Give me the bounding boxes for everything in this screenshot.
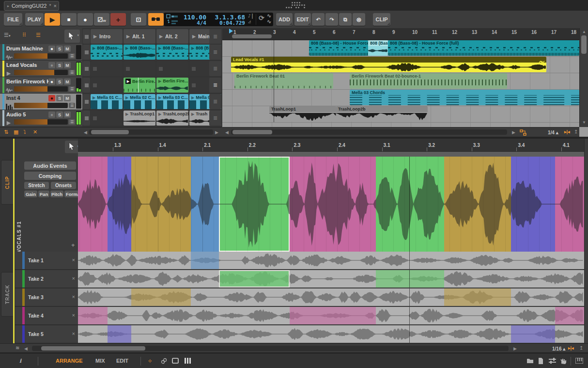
clip-play-icon[interactable]: ▶ (191, 46, 194, 50)
solo-button[interactable]: S (56, 46, 63, 52)
volume-slider[interactable] (14, 103, 68, 108)
clip-play-icon[interactable]: ▶ (158, 46, 161, 50)
stop-button[interactable]: ■ (61, 13, 77, 26)
edit-button[interactable]: EDIT (294, 13, 311, 26)
clip-play-icon[interactable]: ▶ (191, 112, 194, 116)
arranger-clip[interactable]: Lead Vocals #1 (231, 57, 546, 72)
take-selection-take4[interactable] (290, 307, 376, 324)
clip-play-icon[interactable]: ▶ (191, 96, 194, 100)
take-lane-5[interactable] (78, 325, 584, 344)
cursor-tool-button[interactable]: ▾ (64, 30, 80, 43)
scene-list-icon[interactable]: ≣ (209, 29, 221, 44)
volume-slider[interactable] (14, 119, 68, 125)
loop-icon[interactable]: ⟳ (259, 14, 264, 22)
play-button[interactable]: ▶ (45, 13, 60, 26)
arm-button[interactable]: ● (48, 79, 55, 85)
scene-list-icon[interactable]: ≣ (209, 111, 221, 126)
file-button[interactable]: FILE (4, 13, 22, 26)
track-menu-button[interactable]: ☰ (69, 119, 75, 125)
record-button[interactable]: ● (77, 13, 93, 26)
empty-clip-slot[interactable] (91, 78, 123, 93)
clip-play-icon[interactable]: ▶ (125, 46, 128, 50)
clip-play-icon[interactable]: ▶ (158, 112, 161, 116)
take-selection-take5[interactable] (108, 325, 131, 343)
take-remove-button[interactable]: × (72, 275, 75, 281)
track-header-inst-4[interactable]: Inst 4●SM☰ (0, 94, 82, 110)
scene-header-alt-1[interactable]: ▶Alt. 1 (124, 29, 155, 44)
transport-display[interactable]: 110.00 4/4 3.1.3.68 0:04.729 ♪| ◿ ⟳ ∿ ∿ (164, 13, 273, 26)
io-panel-button[interactable]: ⊡ (131, 13, 146, 26)
solo-button[interactable]: S (56, 112, 63, 118)
link-icon[interactable] (161, 358, 167, 365)
clip-stop-button[interactable] (83, 45, 90, 60)
clip-play-icon[interactable]: ▶ (93, 46, 95, 50)
scene-play-icon[interactable]: ▶ (126, 34, 130, 39)
scene-play-icon[interactable]: ▶ (93, 34, 97, 39)
track-menu-button[interactable]: ☰ (69, 53, 75, 59)
file-icon[interactable] (538, 358, 543, 365)
empty-clip-slot[interactable] (124, 61, 155, 76)
overdub-button[interactable]: + (110, 13, 126, 26)
take-header-1[interactable]: Take 1× (15, 252, 78, 270)
scene-list-icon[interactable]: ≣ (209, 61, 221, 76)
tab-close-icon[interactable]: × (53, 3, 56, 9)
comp-lane[interactable] (78, 157, 584, 252)
single-panel-icon[interactable] (172, 358, 179, 365)
vscroll-thumb[interactable] (581, 35, 587, 54)
arranger-clip[interactable]: TrashLoop2b (336, 106, 428, 122)
scroll-right-icon[interactable]: ▶ (512, 130, 515, 135)
arranger-clip[interactable]: Berlin Firework Beat 01 (234, 73, 333, 89)
launcher-clip[interactable]: ▶808 (Bass-... (156, 45, 188, 60)
clip-play-icon[interactable]: ▶ (158, 96, 161, 100)
layers-icon[interactable]: ≋ (15, 345, 19, 351)
solo-button[interactable]: S (56, 95, 63, 101)
pitch-button[interactable]: Pitch (50, 191, 63, 197)
clip-stop-button[interactable] (83, 78, 90, 93)
scene-header-intro[interactable]: ▶Intro (91, 29, 123, 44)
take-selection-take4[interactable] (555, 307, 584, 324)
tab-track[interactable]: TRACK (1, 272, 14, 317)
add-take-button[interactable]: + (71, 241, 75, 249)
solo-button[interactable]: S (56, 79, 63, 85)
scene-header-alt-2[interactable]: ▶Alt. 2 (156, 29, 188, 44)
scene-play-icon[interactable]: ▶ (192, 34, 196, 39)
empty-clip-slot[interactable] (91, 61, 123, 76)
scroll-left-icon[interactable]: ◀ (225, 130, 229, 135)
arm-button[interactable]: ● (48, 95, 55, 101)
metronome-icon[interactable]: ◿ (248, 19, 250, 24)
mute-button[interactable]: M (64, 95, 71, 101)
arm-button[interactable]: ● (48, 62, 55, 68)
ruler-zoom-handle[interactable] (232, 34, 272, 38)
take-selection-take3[interactable] (131, 288, 191, 306)
arranger-clip[interactable]: Berlin Firework Beat 02-bounce-1 (350, 73, 507, 89)
editor-ruler[interactable]: 1.31.42.12.22.32.43.13.23.33.44.1 (78, 139, 588, 151)
launcher-hscroll-thumb[interactable] (91, 130, 129, 134)
vscroll-down-icon[interactable]: ▼ (582, 120, 586, 125)
arranger-body[interactable]: 808 (Bass-08) - House Force (808 (Bas808… (222, 40, 579, 127)
launcher-clip[interactable]: ▶Berlin Fire... (156, 78, 188, 93)
empty-clip-slot[interactable] (156, 61, 188, 76)
arranger-vscrollbar[interactable]: ▲ ▼ (579, 28, 588, 127)
comping-button[interactable]: Comping (24, 172, 76, 180)
take-remove-button[interactable]: × (72, 294, 75, 300)
mute-button[interactable]: M (64, 46, 71, 52)
editor-hscroll-thumb[interactable] (41, 346, 145, 351)
arranger-zoom-fit-icon[interactable]: ↥ (574, 129, 578, 134)
io-toggle-icon[interactable]: ⇅ (4, 129, 8, 135)
delete-button[interactable]: ⊗ (353, 13, 365, 26)
clip-button[interactable]: CLIP (373, 13, 390, 26)
play-start-marker[interactable] (229, 29, 233, 33)
take-header-4[interactable]: Take 4× (15, 307, 78, 325)
project-tab[interactable]: ▸ CompingGUI22 * × (4, 1, 59, 11)
launcher-clip[interactable]: ▶808 (Bass-... (124, 45, 155, 60)
track-list-menu-icon[interactable]: ☰▾ (4, 32, 10, 38)
clip-stop-button[interactable] (83, 61, 90, 76)
hand-tool-icon[interactable] (560, 358, 566, 365)
clip-play-icon[interactable]: ▶ (125, 112, 128, 116)
take-lane-2[interactable] (78, 270, 584, 288)
take-header-3[interactable]: Take 3× (15, 288, 78, 307)
volume-slider[interactable] (14, 70, 68, 75)
take-selection-take5[interactable] (511, 325, 555, 343)
timesig-display[interactable]: 4/4 (178, 20, 206, 26)
list-view-icon[interactable]: ☰ (36, 32, 41, 38)
